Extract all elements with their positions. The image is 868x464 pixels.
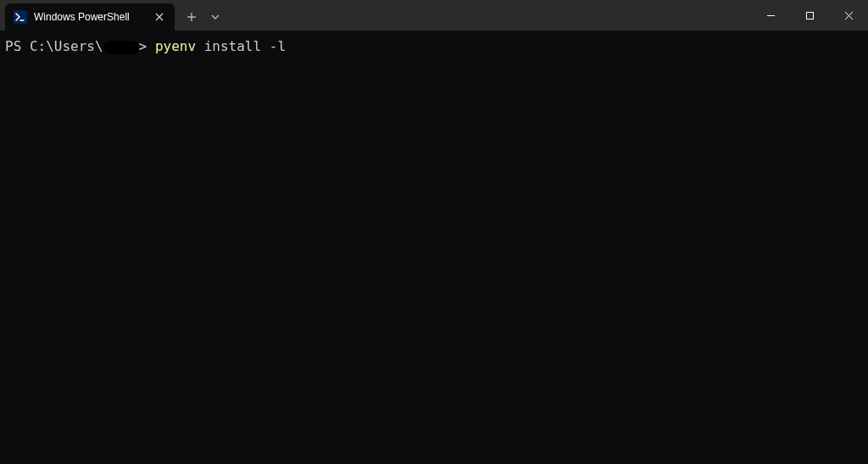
window-controls bbox=[751, 0, 868, 31]
prompt-prefix: PS bbox=[5, 38, 30, 54]
minimize-button[interactable] bbox=[751, 0, 790, 31]
prompt-caret: > bbox=[139, 38, 147, 54]
titlebar[interactable]: Windows PowerShell bbox=[0, 0, 868, 31]
titlebar-drag-region[interactable] bbox=[225, 0, 751, 31]
new-tab-button[interactable] bbox=[178, 3, 205, 31]
redacted-username bbox=[103, 41, 139, 54]
terminal-body[interactable]: PS C:\Users\> pyenv install -l bbox=[0, 31, 868, 464]
tab-title: Windows PowerShell bbox=[34, 11, 146, 23]
tab-dropdown-button[interactable] bbox=[205, 3, 225, 31]
maximize-button[interactable] bbox=[790, 0, 829, 31]
terminal-window: Windows PowerShell bbox=[0, 0, 868, 464]
prompt-line: PS C:\Users\> pyenv install -l bbox=[5, 37, 863, 56]
tab-powershell[interactable]: Windows PowerShell bbox=[5, 3, 175, 31]
command-arguments: install -l bbox=[196, 38, 286, 54]
prompt-path: C:\Users\ bbox=[30, 38, 103, 54]
tab-close-button[interactable] bbox=[153, 10, 166, 24]
svg-rect-7 bbox=[806, 12, 813, 19]
svg-rect-0 bbox=[14, 10, 27, 24]
powershell-icon bbox=[14, 10, 27, 24]
command-executable: pyenv bbox=[155, 38, 196, 54]
close-window-button[interactable] bbox=[829, 0, 868, 31]
